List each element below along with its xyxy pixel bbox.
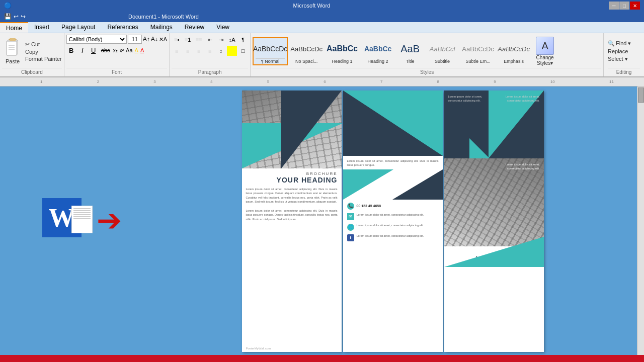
p2-email: Lorem ipsum dolor sit amet, consectetur … — [357, 213, 424, 217]
left-sidebar — [0, 86, 8, 355]
font-shrink-btn[interactable]: A↓ — [151, 36, 158, 43]
align-left-btn[interactable]: ≡ — [172, 46, 182, 56]
svg-rect-3 — [10, 38, 16, 41]
minimize-btn[interactable]: ─ — [609, 2, 619, 10]
title-bar: 🔵 Microsoft Word ─ □ ✕ — [0, 0, 644, 11]
bullets-btn[interactable]: ≡• — [172, 35, 182, 45]
word-logo: W — [42, 198, 93, 243]
borders-btn[interactable]: □ — [238, 46, 248, 56]
style-title[interactable]: AaB Title — [396, 38, 424, 65]
undo-quick-btn[interactable]: ↩ — [14, 13, 19, 20]
find-btn[interactable]: 🔍 Find ▾ — [608, 40, 640, 47]
subscript-btn[interactable]: x₂ — [113, 47, 118, 54]
p2-website: Lorem ipsum dolor sit amet, consectetur … — [357, 223, 424, 227]
ruler: 1234567891011 — [0, 77, 644, 86]
p3-mid-text: Lorem ipsum dolor sit amet, consectetur … — [502, 162, 540, 171]
style-emphasis[interactable]: AaBbCcDc Emphasis — [497, 38, 531, 65]
svg-rect-2 — [7, 41, 17, 55]
font-size-input[interactable] — [128, 35, 142, 44]
tab-home[interactable]: Home — [0, 22, 28, 33]
win-controls: ─ □ ✕ — [609, 2, 640, 10]
paragraph-group-label: Paragraph — [172, 68, 248, 75]
paragraph-group: ≡• ≡1 ≡≡ ⇤ ⇥ ↕A ¶ ≡ ≡ ≡ ≡ ↕ □ Paragraph — [170, 33, 251, 76]
tab-references[interactable]: References — [101, 22, 144, 33]
italic-btn[interactable]: I — [77, 45, 88, 55]
shading-btn[interactable] — [227, 46, 237, 56]
sort-btn[interactable]: ↕A — [227, 35, 237, 45]
phone-icon: 📞 — [347, 203, 354, 210]
social-icon: f — [347, 234, 354, 241]
tab-view[interactable]: View — [210, 22, 235, 33]
ribbon-body: Paste ✂ Cut Copy Format Painter Clipboar… — [0, 33, 644, 77]
increase-indent-btn[interactable]: ⇥ — [216, 35, 226, 45]
doc-title: Document1 - Microsoft Word — [128, 14, 199, 20]
select-btn[interactable]: Select ▾ — [608, 56, 640, 62]
copy-button[interactable]: Copy — [25, 49, 62, 55]
numbering-btn[interactable]: ≡1 — [183, 35, 193, 45]
align-center-btn[interactable]: ≡ — [183, 46, 193, 56]
p1-subheading: BROCHURE — [246, 171, 338, 176]
quick-access-toolbar: 💾 ↩ ↪ Document1 - Microsoft Word — [0, 11, 644, 22]
intro-panel: W ➔ — [8, 86, 156, 355]
editing-group-label: Editing — [608, 68, 640, 75]
font-group: Calibri (Body) A↑ A↓ ✕A B I U abc x₂ x² … — [64, 33, 170, 76]
text-highlight-btn[interactable]: A — [134, 47, 139, 54]
change-styles-btn[interactable]: A ChangeStyles▾ — [532, 35, 557, 67]
superscript-btn[interactable]: x² — [119, 47, 124, 54]
p3-right-text: Lorem ipsum dolor sit amet, consectetur … — [500, 95, 540, 103]
tab-review[interactable]: Review — [179, 22, 210, 33]
redo-quick-btn[interactable]: ↪ — [21, 13, 26, 20]
bold-btn[interactable]: B — [66, 45, 76, 55]
style-no-spacing[interactable]: AaBbCcDc No Spaci... — [289, 38, 324, 65]
document-scroll-area[interactable]: BROCHURE YOUR HEADING Lorem ipsum dolor … — [156, 86, 629, 355]
clipboard-label: Clipboard — [2, 68, 62, 75]
style-subtle-emphasis[interactable]: AaBbCcDc Subtle Em... — [461, 38, 495, 65]
email-icon: ✉ — [347, 213, 354, 220]
close-btn[interactable]: ✕ — [630, 2, 640, 10]
strikethrough-btn[interactable]: abc — [100, 45, 112, 55]
save-quick-btn[interactable]: 💾 — [4, 13, 12, 20]
font-color-btn[interactable]: A — [140, 47, 144, 54]
p2-main-text: Lorem ipsum dolor sit amet, consectetur … — [343, 156, 443, 169]
style-heading1[interactable]: AaBbCc Heading 1 — [325, 38, 359, 65]
format-painter-button[interactable]: Format Painter — [25, 56, 62, 62]
align-right-btn[interactable]: ≡ — [194, 46, 204, 56]
styles-group-label: Styles — [253, 68, 601, 75]
justify-btn[interactable]: ≡ — [205, 46, 215, 56]
vertical-scrollbar[interactable] — [637, 86, 644, 355]
style-subtitle[interactable]: AaBbCcl Subtitle — [425, 38, 459, 65]
main-content: W ➔ — [0, 86, 644, 355]
p1-text2: Lorem ipsum dolor sit amet, consectetur … — [242, 207, 342, 223]
font-grow-btn[interactable]: A↑ — [143, 36, 150, 43]
brochure-page2: Lorem ipsum dolor sit amet, consectetur … — [343, 90, 443, 352]
replace-btn[interactable]: Replace — [608, 48, 640, 54]
maximize-btn[interactable]: □ — [619, 2, 629, 10]
p2-phone: 00 123 45 4658 — [357, 204, 381, 208]
show-hide-btn[interactable]: ¶ — [238, 35, 248, 45]
p1-logo: PosterMyWall.com — [246, 347, 271, 350]
brochure-page1: BROCHURE YOUR HEADING Lorem ipsum dolor … — [242, 90, 342, 352]
cut-button[interactable]: ✂ Cut — [25, 41, 62, 48]
decrease-indent-btn[interactable]: ⇤ — [205, 35, 215, 45]
style-heading2[interactable]: AaBbCc Heading 2 — [361, 38, 395, 65]
case-btn[interactable]: Aa — [125, 47, 133, 54]
underline-btn[interactable]: U — [89, 45, 99, 55]
app-icon: 🔵 — [4, 2, 12, 9]
tab-page-layout[interactable]: Page Layout — [55, 22, 101, 33]
p1-main-heading: YOUR HEADING — [246, 176, 338, 184]
paste-button[interactable]: Paste — [2, 35, 23, 68]
styles-group: AaBbCcDc ¶ Normal AaBbCcDc No Spaci... A… — [251, 33, 604, 76]
style-normal[interactable]: AaBbCcDc ¶ Normal — [253, 37, 288, 65]
clear-format-btn[interactable]: ✕A — [159, 36, 167, 43]
line-spacing-btn[interactable]: ↕ — [216, 46, 226, 56]
multilevel-list-btn[interactable]: ≡≡ — [194, 35, 204, 45]
font-name-select[interactable]: Calibri (Body) — [66, 35, 127, 44]
arrow-icon: ➔ — [97, 206, 122, 236]
p2-contacts: 📞 00 123 45 4658 ✉ Lorem ipsum dolor sit… — [343, 200, 443, 244]
paste-label: Paste — [6, 58, 20, 64]
tab-mailings[interactable]: Mailings — [144, 22, 179, 33]
website-icon: 🌐 — [347, 224, 354, 231]
tab-insert[interactable]: Insert — [28, 22, 55, 33]
title-bar-text: Microsoft Word — [15, 3, 609, 9]
ribbon-tabs: Home Insert Page Layout References Maili… — [0, 22, 644, 33]
